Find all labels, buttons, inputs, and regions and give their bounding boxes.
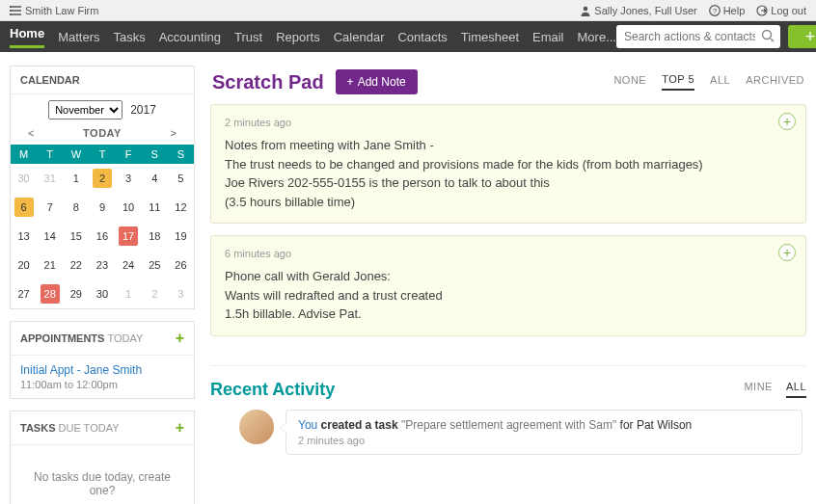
svg-text:?: ? xyxy=(712,7,717,15)
scratch-tab-all[interactable]: ALL xyxy=(710,74,730,90)
cal-day[interactable]: 8 xyxy=(63,193,89,222)
note-body: Phone call with Gerald Jones:Wants will … xyxy=(225,267,792,324)
help-label: Help xyxy=(723,5,746,16)
cal-day[interactable]: 30 xyxy=(11,164,37,193)
note-body: Notes from meeting with Jane Smith -The … xyxy=(225,136,792,211)
cal-day[interactable]: 2 xyxy=(142,279,168,308)
recent-activity-title: Recent Activity xyxy=(210,380,335,400)
nav-home[interactable]: Home xyxy=(10,26,44,48)
cal-day[interactable]: 6 xyxy=(11,193,37,222)
cal-day[interactable]: 20 xyxy=(11,251,37,279)
list-icon xyxy=(10,6,21,15)
navbar: HomeMattersTasksAccountingTrustReportsCa… xyxy=(0,21,816,52)
cal-day[interactable]: 1 xyxy=(63,164,89,193)
nav-tasks[interactable]: Tasks xyxy=(113,30,145,44)
plus-icon: + xyxy=(805,28,816,45)
cal-day[interactable]: 19 xyxy=(168,222,194,251)
avatar xyxy=(239,410,274,444)
nav-matters[interactable]: Matters xyxy=(58,30,99,44)
add-appointment-button[interactable]: + xyxy=(176,330,184,347)
appointment-time: 11:00am to 12:00pm xyxy=(20,379,184,390)
cal-next[interactable]: > xyxy=(171,127,177,139)
nav-more[interactable]: More... xyxy=(578,30,616,44)
svg-point-3 xyxy=(584,6,588,11)
tasks-panel: TASKS DUE TODAY + No tasks due today, cr… xyxy=(10,411,195,504)
topbar-firm[interactable]: Smith Law Firm xyxy=(10,5,98,16)
nav-timesheet[interactable]: Timesheet xyxy=(461,30,519,44)
cal-day[interactable]: 24 xyxy=(116,251,142,279)
cal-day[interactable]: 16 xyxy=(89,222,115,251)
svg-point-7 xyxy=(762,31,771,40)
year-label: 2017 xyxy=(130,103,156,117)
cal-day[interactable]: 15 xyxy=(63,222,89,251)
logout-link[interactable]: Log out xyxy=(756,5,806,16)
cal-day[interactable]: 5 xyxy=(168,164,194,193)
help-link[interactable]: ? Help xyxy=(709,5,746,16)
cal-day[interactable]: 13 xyxy=(11,222,37,251)
cal-day[interactable]: 10 xyxy=(116,193,142,222)
scratch-tabs: NONETOP 5ALLARCHIVED xyxy=(613,73,804,91)
nav-email[interactable]: Email xyxy=(532,30,564,44)
cal-day[interactable]: 29 xyxy=(63,279,89,308)
calendar-grid: MTWTFSS 30311234567891011121314151617181… xyxy=(11,145,194,308)
search-input[interactable] xyxy=(616,25,780,48)
recent-tab-all[interactable]: ALL xyxy=(786,381,806,398)
search-icon[interactable] xyxy=(761,29,775,42)
logout-icon xyxy=(756,5,768,16)
nav-reports[interactable]: Reports xyxy=(276,30,320,44)
cal-day[interactable]: 30 xyxy=(89,279,115,308)
add-button[interactable]: + xyxy=(788,25,816,48)
help-icon: ? xyxy=(709,5,721,16)
cal-day[interactable]: 31 xyxy=(37,164,63,193)
activity-you[interactable]: You xyxy=(298,418,317,432)
cal-day[interactable]: 21 xyxy=(37,251,63,279)
tasks-title: TASKS DUE TODAY xyxy=(20,422,120,434)
nav-trust[interactable]: Trust xyxy=(234,30,262,44)
note-time: 2 minutes ago xyxy=(225,117,792,128)
note-add-button[interactable]: + xyxy=(778,113,796,130)
svg-point-0 xyxy=(10,6,12,8)
no-tasks-message[interactable]: No tasks due today, create one? xyxy=(20,453,184,503)
calendar-title: CALENDAR xyxy=(20,74,80,86)
cal-day[interactable]: 25 xyxy=(142,251,168,279)
cal-today-button[interactable]: TODAY xyxy=(83,127,122,139)
note-add-button[interactable]: + xyxy=(778,244,796,261)
cal-day[interactable]: 17 xyxy=(116,222,142,251)
nav-calendar[interactable]: Calendar xyxy=(334,30,385,44)
cal-day[interactable]: 22 xyxy=(63,251,89,279)
recent-tab-mine[interactable]: MINE xyxy=(744,381,773,398)
note-time: 6 minutes ago xyxy=(225,248,792,259)
scratch-pad-title: Scratch Pad xyxy=(212,71,324,93)
cal-day[interactable]: 4 xyxy=(142,164,168,193)
cal-day[interactable]: 3 xyxy=(116,164,142,193)
cal-day[interactable]: 26 xyxy=(168,251,194,279)
cal-day[interactable]: 28 xyxy=(37,279,63,308)
scratch-tab-top-5[interactable]: TOP 5 xyxy=(662,73,694,91)
cal-day[interactable]: 27 xyxy=(11,279,37,308)
cal-day[interactable]: 1 xyxy=(116,279,142,308)
cal-day[interactable]: 3 xyxy=(168,279,194,308)
appointment-link[interactable]: Initial Appt - Jane Smith xyxy=(20,363,184,377)
add-task-button[interactable]: + xyxy=(176,419,184,437)
cal-day[interactable]: 18 xyxy=(142,222,168,251)
cal-day[interactable]: 11 xyxy=(142,193,168,222)
cal-day[interactable]: 9 xyxy=(89,193,115,222)
nav-accounting[interactable]: Accounting xyxy=(159,30,221,44)
cal-day[interactable]: 7 xyxy=(37,193,63,222)
add-note-button[interactable]: + Add Note xyxy=(336,69,418,94)
user-name: Sally Jones, Full User xyxy=(594,5,696,16)
cal-day[interactable]: 12 xyxy=(168,193,194,222)
cal-prev[interactable]: < xyxy=(28,127,34,139)
activity-item: You created a task "Prepare settlement a… xyxy=(286,410,802,455)
scratch-tab-archived[interactable]: ARCHIVED xyxy=(746,74,804,90)
scratch-tab-none[interactable]: NONE xyxy=(613,74,646,90)
nav-contacts[interactable]: Contacts xyxy=(397,30,447,44)
cal-day[interactable]: 23 xyxy=(89,251,115,279)
appointments-panel: APPOINTMENTS TODAY + Initial Appt - Jane… xyxy=(10,321,195,399)
user-icon xyxy=(580,5,591,16)
cal-day[interactable]: 2 xyxy=(89,164,115,193)
month-select[interactable]: November xyxy=(48,100,122,119)
cal-day[interactable]: 14 xyxy=(37,222,63,251)
search-box xyxy=(616,25,780,48)
user-menu[interactable]: Sally Jones, Full User xyxy=(580,5,696,16)
